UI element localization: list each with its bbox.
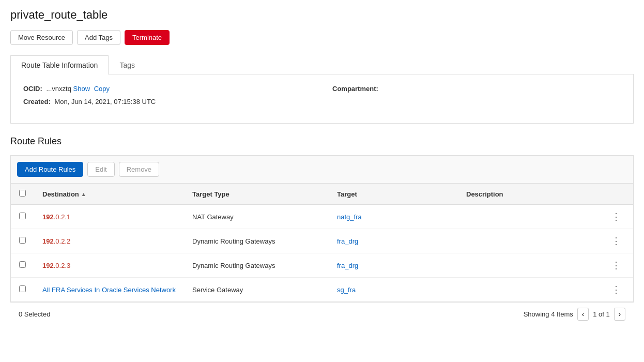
destination-header-label: Destination: [42, 190, 79, 198]
created-field: Created: Mon, Jun 14, 2021, 07:15:38 UTC: [23, 98, 312, 105]
table-body: 192.0.2.1NAT Gatewaynatg_fra⋮192.0.2.2Dy…: [11, 205, 633, 302]
row-checkbox[interactable]: [19, 213, 26, 219]
status-bar: 0 Selected Showing 4 Items ‹ 1 of 1 ›: [10, 302, 634, 326]
description-cell: [458, 205, 599, 229]
destination-value: 192.0.2.3: [42, 262, 70, 269]
add-tags-button[interactable]: Add Tags: [77, 30, 120, 45]
page-title: private_route_table: [10, 8, 634, 22]
header-destination[interactable]: Destination ▲: [34, 184, 184, 205]
description-cell: [458, 229, 599, 253]
ocid-field: OCID: ...vnxztq Show Copy: [23, 85, 312, 93]
created-value: Mon, Jun 14, 2021, 07:15:38 UTC: [54, 98, 156, 105]
terminate-button[interactable]: Terminate: [125, 30, 170, 45]
table-row: All FRA Services In Oracle Services Netw…: [11, 278, 633, 302]
route-rules-title: Route Rules: [10, 136, 634, 147]
row-checkbox[interactable]: [19, 261, 26, 268]
ocid-label: OCID:: [23, 85, 42, 93]
target-link[interactable]: natg_fra: [337, 213, 362, 221]
target-cell: natg_fra: [329, 205, 458, 229]
header-target-type: Target Type: [184, 184, 329, 205]
target-link[interactable]: sg_fra: [337, 286, 356, 294]
add-route-rules-button[interactable]: Add Route Rules: [17, 162, 83, 177]
destination-cell: 192.0.2.1: [34, 205, 184, 229]
destination-link[interactable]: All FRA Services In Oracle Services Netw…: [42, 286, 176, 294]
destination-cell: 192.0.2.3: [34, 253, 184, 278]
action-cell: ⋮: [599, 205, 633, 229]
created-label: Created:: [23, 98, 51, 105]
destination-cell: 192.0.2.2: [34, 229, 184, 253]
header-actions: [599, 184, 633, 205]
info-col-left: OCID: ...vnxztq Show Copy Created: Mon, …: [23, 85, 312, 111]
description-header-label: Description: [466, 190, 503, 198]
description-cell: [458, 253, 599, 278]
header-target: Target: [329, 184, 458, 205]
tabs-container: Route Table Information Tags OCID: ...vn…: [10, 55, 634, 124]
prev-page-button[interactable]: ‹: [577, 308, 589, 321]
table-row: 192.0.2.1NAT Gatewaynatg_fra⋮: [11, 205, 633, 229]
action-cell: ⋮: [599, 278, 633, 302]
row-checkbox[interactable]: [19, 285, 26, 292]
target-type-header-label: Target Type: [192, 190, 229, 198]
destination-cell: All FRA Services In Oracle Services Netw…: [34, 278, 184, 302]
tab-bar: Route Table Information Tags: [10, 55, 634, 74]
target-type-cell: Dynamic Routing Gateways: [184, 253, 329, 278]
header-select-all[interactable]: [11, 184, 34, 205]
target-cell: fra_drg: [329, 253, 458, 278]
target-cell: sg_fra: [329, 278, 458, 302]
select-all-checkbox[interactable]: [19, 190, 26, 197]
row-actions-menu-icon[interactable]: ⋮: [607, 282, 625, 297]
table-row: 192.0.2.2Dynamic Routing Gatewaysfra_drg…: [11, 229, 633, 253]
page-container: private_route_table Move Resource Add Ta…: [0, 0, 644, 334]
copy-link[interactable]: Copy: [94, 85, 110, 93]
action-cell: ⋮: [599, 253, 633, 278]
tab-route-table-information[interactable]: Route Table Information: [10, 55, 109, 74]
info-panel: OCID: ...vnxztq Show Copy Created: Mon, …: [10, 74, 634, 124]
row-checkbox-cell: [11, 253, 34, 278]
showing-text: Showing 4 Items: [524, 310, 573, 318]
compartment-label: Compartment:: [332, 85, 378, 93]
table-row: 192.0.2.3Dynamic Routing Gatewaysfra_drg…: [11, 253, 633, 278]
destination-value: 192.0.2.2: [42, 237, 70, 245]
info-col-right: Compartment:: [332, 85, 621, 111]
destination-value: 192.0.2.1: [42, 213, 70, 221]
row-checkbox[interactable]: [19, 237, 26, 244]
action-cell: ⋮: [599, 229, 633, 253]
route-rules-toolbar: Add Route Rules Edit Remove: [10, 155, 634, 183]
row-actions-menu-icon[interactable]: ⋮: [607, 234, 625, 248]
selected-count: 0 Selected: [19, 310, 50, 318]
row-checkbox-cell: [11, 205, 34, 229]
target-link[interactable]: fra_drg: [337, 262, 358, 269]
target-type-cell: Service Gateway: [184, 278, 329, 302]
target-header-label: Target: [337, 190, 357, 198]
ocid-value: ...vnxztq: [46, 85, 71, 93]
move-resource-button[interactable]: Move Resource: [10, 30, 73, 45]
table-header-row: Destination ▲ Target Type Target Descrip…: [11, 184, 633, 205]
description-cell: [458, 278, 599, 302]
row-actions-menu-icon[interactable]: ⋮: [607, 258, 625, 273]
sort-arrow-icon: ▲: [81, 191, 86, 197]
header-description: Description: [458, 184, 599, 205]
pagination: Showing 4 Items ‹ 1 of 1 ›: [524, 308, 625, 321]
target-link[interactable]: fra_drg: [337, 237, 358, 245]
compartment-field: Compartment:: [332, 85, 621, 93]
route-rules-table-wrapper: Destination ▲ Target Type Target Descrip…: [10, 183, 634, 302]
target-cell: fra_drg: [329, 229, 458, 253]
tab-tags[interactable]: Tags: [109, 55, 146, 74]
next-page-button[interactable]: ›: [614, 308, 625, 321]
edit-button[interactable]: Edit: [87, 162, 114, 177]
page-indicator: 1 of 1: [593, 310, 610, 318]
target-type-cell: Dynamic Routing Gateways: [184, 229, 329, 253]
target-type-cell: NAT Gateway: [184, 205, 329, 229]
row-checkbox-cell: [11, 278, 34, 302]
route-rules-table: Destination ▲ Target Type Target Descrip…: [11, 184, 633, 301]
info-row: OCID: ...vnxztq Show Copy Created: Mon, …: [23, 85, 621, 111]
show-link[interactable]: Show: [73, 85, 90, 93]
row-actions-menu-icon[interactable]: ⋮: [607, 209, 625, 224]
row-checkbox-cell: [11, 229, 34, 253]
remove-button[interactable]: Remove: [119, 162, 159, 177]
toolbar: Move Resource Add Tags Terminate: [10, 30, 634, 45]
